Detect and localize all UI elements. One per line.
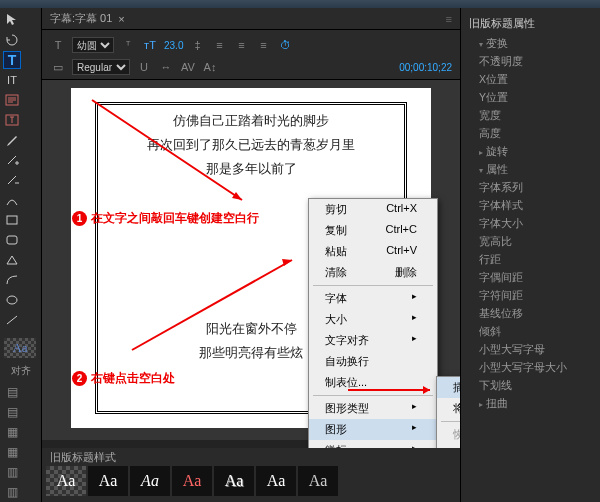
align-section-label: 对齐 — [0, 364, 41, 378]
align-right-btn[interactable]: ≡ — [255, 37, 271, 53]
prop-charspace[interactable]: 字符间距 — [461, 287, 600, 305]
duration-icon[interactable]: ⏱ — [277, 37, 293, 53]
title-tab[interactable]: 字幕: 字幕 01 × ≡ — [42, 8, 460, 30]
style-preview: Aa — [4, 338, 36, 358]
styles-panel: 旧版标题样式 Aa Aa Aa Aa Aa Aa Aa — [42, 448, 460, 502]
line-tool[interactable] — [3, 311, 21, 329]
timecode[interactable]: 00;00:10;22 — [399, 62, 452, 73]
selection-tool[interactable] — [3, 11, 21, 29]
glyph-icon[interactable]: ᵀ — [120, 37, 136, 53]
path-type-tool[interactable] — [3, 111, 21, 129]
align-bottom-icon[interactable]: ▥ — [3, 483, 21, 501]
align-hcenter-icon[interactable]: ▦ — [3, 423, 21, 441]
font-weight-select[interactable]: Regular — [72, 59, 130, 75]
ctx-size[interactable]: 大小 — [309, 309, 437, 330]
ellipse-tool[interactable] — [3, 291, 21, 309]
tracking-icon[interactable]: ↔ — [158, 59, 174, 75]
prop-ypos[interactable]: Y位置 — [461, 89, 600, 107]
annotation-2: 2右键点击空白处 — [72, 370, 175, 387]
options-bar: T 幼圆 ᵀ тT 23.0 ‡ ≡ ≡ ≡ ⏱ ▭ Regular U ↔ A… — [42, 30, 460, 80]
pen-tool[interactable] — [3, 131, 21, 149]
toolbox: T IT Aa 对齐 ▤▤ ▦▦ ▥▥ 中心 ▣▣ 分布 ▤▤ — [0, 8, 42, 502]
annotation-1: 1在文字之间敲回车键创建空白行 — [72, 210, 259, 227]
style-swatch[interactable]: Aa — [172, 466, 212, 496]
svg-point-4 — [7, 296, 17, 304]
ctx-wrap[interactable]: 自动换行 — [309, 351, 437, 372]
convert-anchor-tool[interactable] — [3, 191, 21, 209]
tab-prefix: 字幕: — [50, 11, 75, 26]
styles-title: 旧版标题样式 — [42, 448, 460, 466]
align-vcenter-icon[interactable]: ▦ — [3, 443, 21, 461]
prop-scapsize[interactable]: 小型大写字母大小 — [461, 359, 600, 377]
style-swatch[interactable]: Aa — [214, 466, 254, 496]
svg-rect-3 — [7, 236, 17, 244]
kerning-icon[interactable]: AV — [180, 59, 196, 75]
ctx-graphic-type[interactable]: 图形类型 — [309, 398, 437, 419]
style-swatch[interactable]: Aa — [46, 466, 86, 496]
add-anchor-tool[interactable] — [3, 151, 21, 169]
rotate-tool[interactable] — [3, 31, 21, 49]
style-swatch[interactable]: Aa — [130, 466, 170, 496]
prop-opacity[interactable]: 不透明度 — [461, 53, 600, 71]
prop-slant[interactable]: 倾斜 — [461, 323, 600, 341]
panel-menu-icon[interactable]: ≡ — [446, 13, 452, 25]
style-swatch[interactable]: Aa — [256, 466, 296, 496]
size-icon: тT — [142, 37, 158, 53]
underline-btn[interactable]: U — [136, 59, 152, 75]
align-top-icon[interactable]: ▤ — [3, 403, 21, 421]
align-left-btn[interactable]: ≡ — [211, 37, 227, 53]
properties-panel: 旧版标题属性 变换 不透明度 X位置 Y位置 宽度 高度 旋转 属性 字体系列 … — [460, 8, 600, 502]
leading-icon[interactable]: ‡ — [189, 37, 205, 53]
prop-ffamily[interactable]: 字体系列 — [461, 179, 600, 197]
prop-fsize[interactable]: 字体大小 — [461, 215, 600, 233]
ctx-font[interactable]: 字体 — [309, 288, 437, 309]
prop-transform[interactable]: 变换 — [461, 35, 600, 53]
tab-name: 字幕 01 — [75, 11, 112, 26]
baseline-icon[interactable]: A↕ — [202, 59, 218, 75]
align-right-icon[interactable]: ▥ — [3, 463, 21, 481]
ctx-clear[interactable]: 清除删除 — [309, 262, 437, 283]
ctx-copy[interactable]: 复制Ctrl+C — [309, 220, 437, 241]
prop-fstyle[interactable]: 字体样式 — [461, 197, 600, 215]
prop-underline[interactable]: 下划线 — [461, 377, 600, 395]
align-center-btn[interactable]: ≡ — [233, 37, 249, 53]
delete-anchor-tool[interactable] — [3, 171, 21, 189]
prop-scaps[interactable]: 小型大写字母 — [461, 341, 600, 359]
arc-tool[interactable] — [3, 271, 21, 289]
rectangle-tool[interactable] — [3, 211, 21, 229]
svg-rect-2 — [7, 216, 17, 224]
ctx-paste[interactable]: 粘贴Ctrl+V — [309, 241, 437, 262]
font-size-value[interactable]: 23.0 — [164, 40, 183, 51]
prop-width[interactable]: 宽度 — [461, 107, 600, 125]
prop-attrs[interactable]: 属性 — [461, 161, 600, 179]
prop-aspect[interactable]: 宽高比 — [461, 233, 600, 251]
prop-xpos[interactable]: X位置 — [461, 71, 600, 89]
rounded-rect-tool[interactable] — [3, 231, 21, 249]
prop-kerning[interactable]: 字偶间距 — [461, 269, 600, 287]
type-tool[interactable]: T — [3, 51, 21, 69]
ctx-cut[interactable]: 剪切Ctrl+X — [309, 199, 437, 220]
ctx-graphic[interactable]: 图形 — [309, 419, 437, 440]
prop-tracking[interactable]: 行距 — [461, 251, 600, 269]
tab-close-icon[interactable]: × — [118, 13, 124, 25]
prop-rotate[interactable]: 旋转 — [461, 143, 600, 161]
ctx-tabs[interactable]: 制表位... — [309, 372, 437, 393]
style-swatch[interactable]: Aa — [88, 466, 128, 496]
ctx-align[interactable]: 文字对齐 — [309, 330, 437, 351]
style-icon: ▭ — [50, 59, 66, 75]
prop-baseline[interactable]: 基线位移 — [461, 305, 600, 323]
area-type-tool[interactable] — [3, 91, 21, 109]
type-icon: T — [50, 37, 66, 53]
wedge-tool[interactable] — [3, 251, 21, 269]
style-swatch[interactable]: Aa — [298, 466, 338, 496]
prop-distort[interactable]: 扭曲 — [461, 395, 600, 413]
font-family-select[interactable]: 幼圆 — [72, 37, 114, 53]
props-title: 旧版标题属性 — [461, 12, 600, 35]
vertical-type-tool[interactable]: IT — [3, 71, 21, 89]
align-left-icon[interactable]: ▤ — [3, 383, 21, 401]
prop-height[interactable]: 高度 — [461, 125, 600, 143]
